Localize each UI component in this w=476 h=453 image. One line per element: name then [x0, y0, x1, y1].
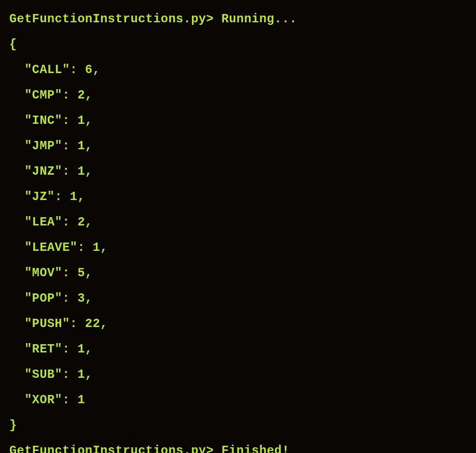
status-running: Running...	[221, 12, 297, 26]
json-entry: "SUB": 1,	[9, 362, 467, 387]
json-entry: "LEA": 2,	[9, 209, 467, 235]
json-entry: "INC": 1,	[9, 108, 467, 133]
terminal-output: GetFunctionInstructions.py> Running...{ …	[0, 0, 476, 453]
running-line: GetFunctionInstructions.py> Running...	[9, 6, 467, 32]
finished-line: GetFunctionInstructions.py> Finished!	[9, 438, 467, 453]
json-entries: "CALL": 6, "CMP": 2, "INC": 1, "JMP": 1,…	[9, 57, 467, 413]
json-close-brace: }	[9, 413, 467, 438]
json-entry: "JZ": 1,	[9, 184, 467, 209]
json-entry: "XOR": 1	[9, 387, 467, 413]
status-finished: Finished!	[221, 444, 289, 453]
json-entry: "LEAVE": 1,	[9, 235, 467, 260]
json-entry: "RET": 1,	[9, 336, 467, 362]
json-entry: "CMP": 2,	[9, 82, 467, 108]
json-entry: "MOV": 5,	[9, 260, 467, 286]
json-entry: "POP": 3,	[9, 286, 467, 311]
script-prompt: GetFunctionInstructions.py>	[9, 12, 214, 26]
json-open-brace: {	[9, 32, 467, 57]
json-entry: "PUSH": 22,	[9, 311, 467, 336]
json-entry: "JMP": 1,	[9, 133, 467, 159]
script-prompt: GetFunctionInstructions.py>	[9, 444, 214, 453]
json-entry: "JNZ": 1,	[9, 159, 467, 184]
json-entry: "CALL": 6,	[9, 57, 467, 82]
